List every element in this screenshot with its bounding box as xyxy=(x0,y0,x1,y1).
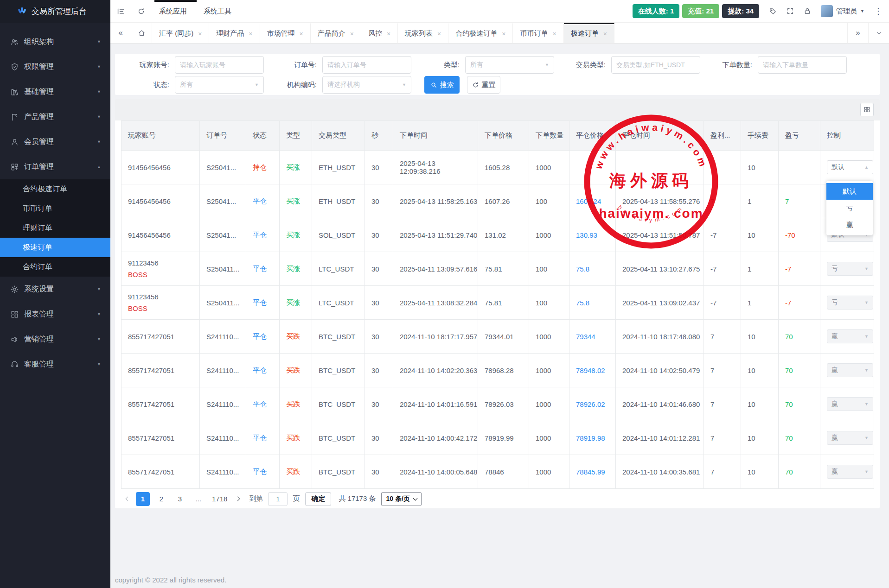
sidebar-item-5[interactable]: 订单管理▲ xyxy=(0,154,110,179)
sidebar-item-3[interactable]: 产品管理▼ xyxy=(0,104,110,129)
user-menu[interactable]: 管理员 ▼ xyxy=(821,5,864,17)
fullscreen-icon[interactable] xyxy=(787,7,794,15)
prev-page-button[interactable] xyxy=(122,497,133,500)
next-page-button[interactable] xyxy=(232,497,243,500)
close-price-link[interactable]: 79344 xyxy=(576,333,595,341)
filter-select-row1-2[interactable]: 所有▼ xyxy=(465,56,554,74)
dropdown-option-1[interactable]: 亏 xyxy=(826,200,873,216)
cell-close-time xyxy=(616,151,704,184)
refresh-icon[interactable] xyxy=(137,7,145,15)
dropdown-option-2[interactable]: 赢 xyxy=(826,216,873,233)
tabs-scroll-left-icon[interactable]: « xyxy=(110,23,131,43)
confirm-button[interactable]: 确定 xyxy=(305,492,331,506)
cell-fee: 10 xyxy=(741,151,779,184)
grid-icon xyxy=(863,106,870,113)
tab-close-icon[interactable]: × xyxy=(350,30,354,38)
avatar xyxy=(821,5,833,17)
top-menu-item-1[interactable]: 系统工具 xyxy=(204,7,231,16)
tab-close-icon[interactable]: × xyxy=(603,30,607,38)
cell-order-no: S25041... xyxy=(200,184,246,218)
sidebar-item-label: 营销管理 xyxy=(24,335,54,344)
page-button-2[interactable]: 2 xyxy=(154,492,168,506)
cell-type: 买涨 xyxy=(280,218,312,252)
tab-0[interactable]: 汇率 (同步)× xyxy=(152,23,209,43)
sidebar-item-6[interactable]: 系统设置▼ xyxy=(0,277,110,302)
more-options-icon[interactable]: ⋮ xyxy=(874,6,883,16)
stat-button-1[interactable]: 充值: 21 xyxy=(682,4,719,18)
filter-select-row2-1[interactable]: 请选择机构▼ xyxy=(322,76,411,94)
tab-close-icon[interactable]: × xyxy=(249,30,252,38)
filter-select-row2-0[interactable]: 所有▼ xyxy=(175,76,264,94)
tab-3[interactable]: 产品简介× xyxy=(311,23,361,43)
sidebar-subitem-5-4[interactable]: 合约订单 xyxy=(0,257,110,277)
close-price-link[interactable]: 130.93 xyxy=(576,231,597,239)
sidebar-item-7[interactable]: 报表管理▼ xyxy=(0,302,110,327)
filter-input-row1-0[interactable] xyxy=(175,57,263,73)
tab-close-icon[interactable]: × xyxy=(387,30,390,38)
sidebar-subitem-5-0[interactable]: 合约极速订单 xyxy=(0,179,110,199)
top-menu-item-0[interactable]: 系统应用 xyxy=(159,7,187,16)
control-select-0[interactable]: 默认▲ xyxy=(827,160,873,174)
close-price-link[interactable]: 78948.02 xyxy=(576,367,605,374)
tab-4[interactable]: 风控× xyxy=(361,23,398,43)
per-page-select[interactable]: 10 条/页 xyxy=(381,492,421,506)
cell-fee: 10 xyxy=(741,421,779,455)
sidebar-subitem-5-3[interactable]: 极速订单 xyxy=(0,238,110,257)
search-button[interactable]: 搜索 xyxy=(424,76,460,94)
page-button-1[interactable]: 1 xyxy=(136,492,150,506)
tabs-scroll-right-icon[interactable]: » xyxy=(847,23,868,43)
sidebar-item-8[interactable]: 营销管理▼ xyxy=(0,327,110,352)
reset-button[interactable]: 重置 xyxy=(467,76,500,94)
cell-order-no: S25041... xyxy=(200,151,246,184)
cell-status: 平仓 xyxy=(246,320,280,354)
cell-pnl: 70 xyxy=(779,320,820,354)
tab-7[interactable]: 币币订单× xyxy=(513,23,563,43)
close-price-link[interactable]: 78919.98 xyxy=(576,434,605,442)
close-price-link[interactable]: 1608.24 xyxy=(576,197,601,205)
filter-input-row1-4[interactable] xyxy=(758,57,846,73)
cell-close-time: 2024-11-10 14:01:12.281 xyxy=(616,421,704,455)
tab-close-icon[interactable]: × xyxy=(198,30,202,38)
home-tab[interactable] xyxy=(131,23,152,43)
tab-8[interactable]: 极速订单× xyxy=(564,23,614,43)
dropdown-option-0[interactable]: 默认 xyxy=(826,183,873,200)
collapse-sidebar-icon[interactable] xyxy=(116,7,125,16)
tab-1[interactable]: 理财产品× xyxy=(209,23,260,43)
cell-account: 91123456BOSS xyxy=(122,286,200,320)
account-number: 91456456456 xyxy=(128,231,199,239)
library-icon xyxy=(10,88,19,96)
filter-input-row1-1[interactable] xyxy=(323,57,411,73)
sidebar-subitem-5-2[interactable]: 理财订单 xyxy=(0,218,110,238)
tab-close-icon[interactable]: × xyxy=(300,30,303,38)
stat-button-2[interactable]: 提款: 34 xyxy=(722,4,759,18)
filter-input-row1-3[interactable] xyxy=(612,57,700,73)
tab-close-icon[interactable]: × xyxy=(502,30,505,38)
tab-2[interactable]: 市场管理× xyxy=(260,23,311,43)
goto-page-input[interactable] xyxy=(268,492,288,506)
logo-row: 交易所管理后台 xyxy=(0,0,110,23)
tab-6[interactable]: 合约极速订单× xyxy=(448,23,513,43)
tabs-menu-icon[interactable] xyxy=(868,23,889,43)
tab-close-icon[interactable]: × xyxy=(437,30,441,38)
close-price-link[interactable]: 75.8 xyxy=(576,265,589,273)
cell-type: 买跌 xyxy=(280,387,312,421)
tab-5[interactable]: 玩家列表× xyxy=(398,23,448,43)
sidebar-item-4[interactable]: 会员管理▼ xyxy=(0,129,110,154)
close-price-link[interactable]: 78926.02 xyxy=(576,400,605,408)
cell-close-time: 2025-04-11 13:09:02.437 xyxy=(616,286,704,320)
page-button-1718[interactable]: 1718 xyxy=(210,492,229,506)
column-settings-button[interactable] xyxy=(860,103,874,116)
tag-icon[interactable] xyxy=(769,7,777,15)
sidebar-item-9[interactable]: 客服管理▼ xyxy=(0,352,110,377)
close-price-link[interactable]: 78845.99 xyxy=(576,468,605,476)
sidebar-subitem-5-1[interactable]: 币币订单 xyxy=(0,199,110,218)
tab-close-icon[interactable]: × xyxy=(552,30,556,38)
sidebar-item-1[interactable]: 权限管理▼ xyxy=(0,54,110,79)
close-price-link[interactable]: 75.8 xyxy=(576,299,589,307)
sidebar-item-2[interactable]: 基础管理▼ xyxy=(0,79,110,104)
sidebar-item-0[interactable]: 组织架构▼ xyxy=(0,29,110,54)
lock-icon[interactable] xyxy=(804,7,811,15)
page-button-3[interactable]: 3 xyxy=(173,492,187,506)
pnl-value: 70 xyxy=(785,367,793,374)
stat-button-0[interactable]: 在线人数: 1 xyxy=(633,4,680,18)
